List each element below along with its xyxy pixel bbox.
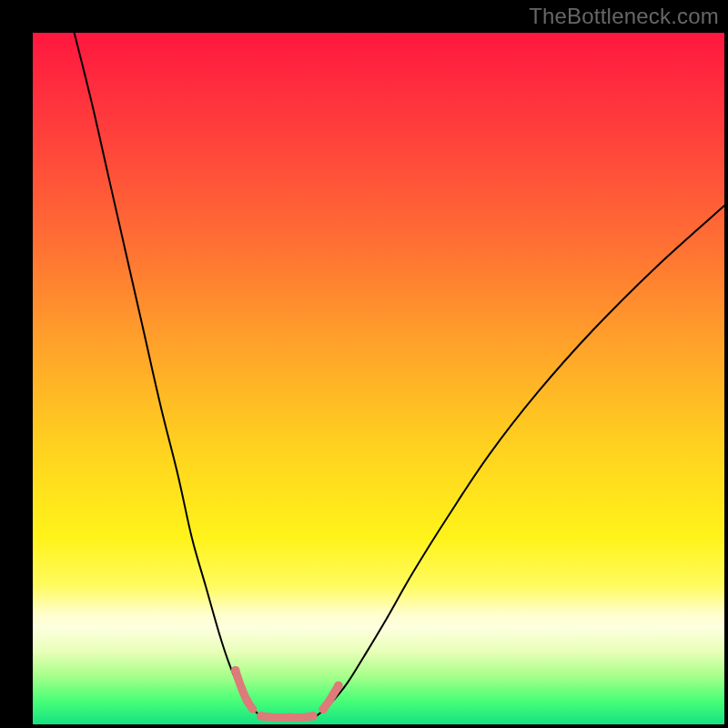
marker-dot: [318, 704, 328, 713]
marker-dot: [257, 712, 266, 721]
chart-frame: TheBottleneck.com: [0, 0, 728, 728]
plot-area: [33, 33, 724, 724]
marker-dot: [231, 666, 240, 675]
marker-dot: [308, 712, 318, 721]
marker-dot: [271, 713, 278, 721]
marker-dot: [243, 696, 252, 705]
marker-dot: [284, 713, 293, 723]
marker-dot: [327, 695, 334, 703]
chart-svg: [33, 33, 724, 724]
marker-dot: [298, 713, 306, 721]
marker-dot: [248, 705, 256, 713]
gradient-background: [33, 33, 724, 724]
watermark-label: TheBottleneck.com: [529, 4, 719, 29]
marker-dot: [238, 684, 245, 692]
marker-dot: [334, 682, 343, 691]
